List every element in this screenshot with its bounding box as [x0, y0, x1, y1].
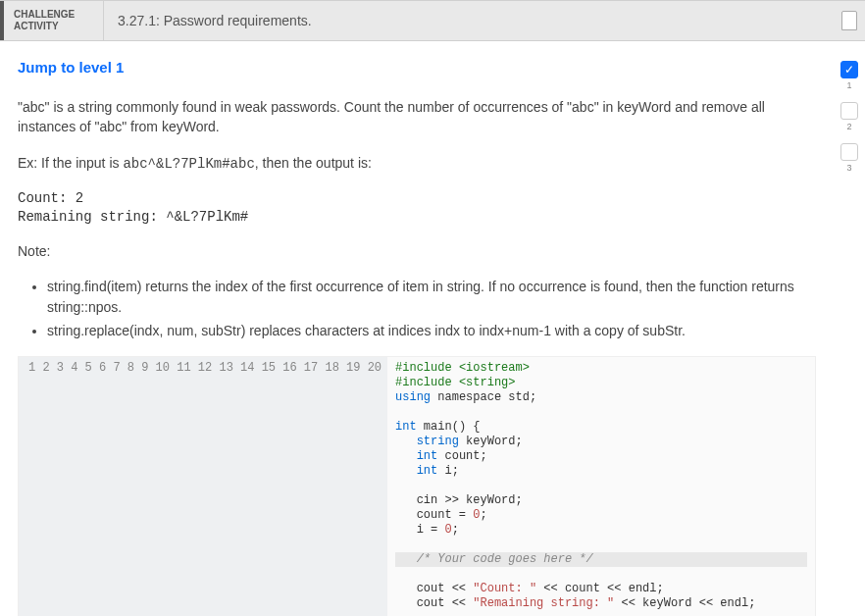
label-line1: CHALLENGE — [14, 9, 93, 21]
example-suffix: , then the output is: — [255, 155, 372, 171]
step-box-3[interactable] — [840, 143, 858, 161]
progress-sidebar: ✓ 1 2 3 — [834, 41, 865, 616]
example-output: Count: 2 Remaining string: ^&L?7PlKm# — [18, 189, 816, 228]
intro-text: "abc" is a string commonly found in weak… — [18, 97, 816, 137]
example-input: abc^&L?7PlKm#abc — [123, 156, 254, 172]
line-gutter: 1 2 3 4 5 6 7 8 9 10 11 12 13 14 15 16 1… — [19, 357, 387, 616]
step-num-3: 3 — [846, 163, 851, 173]
activity-title: 3.27.1: Password requirements. — [103, 1, 841, 40]
step-num-2: 2 — [846, 122, 851, 131]
example-prefix: Ex: If the input is — [18, 155, 123, 171]
label-line2: ACTIVITY — [14, 21, 93, 32]
notes-list: string.find(item) returns the index of t… — [47, 277, 816, 340]
step-box-2[interactable] — [840, 102, 858, 120]
step-box-1[interactable]: ✓ — [840, 61, 858, 78]
step-num-1: 1 — [846, 80, 851, 90]
bookmark-icon[interactable] — [841, 11, 857, 30]
jump-link[interactable]: Jump to level 1 — [18, 59, 816, 76]
bookmark-wrap — [841, 1, 865, 40]
note-item: string.find(item) returns the index of t… — [47, 277, 816, 317]
example-line: Ex: If the input is abc^&L?7PlKm#abc, th… — [18, 153, 816, 174]
step-1: ✓ 1 — [840, 61, 858, 90]
activity-type-label: CHALLENGE ACTIVITY — [0, 1, 103, 40]
note-item: string.replace(indx, num, subStr) replac… — [47, 321, 816, 340]
step-3: 3 — [840, 143, 858, 173]
activity-header: CHALLENGE ACTIVITY 3.27.1: Password requ… — [0, 0, 865, 41]
activity-content: Jump to level 1 "abc" is a string common… — [0, 41, 834, 616]
note-label: Note: — [18, 241, 816, 261]
code-editor[interactable]: 1 2 3 4 5 6 7 8 9 10 11 12 13 14 15 16 1… — [18, 356, 816, 616]
check-icon: ✓ — [844, 63, 854, 77]
step-2: 2 — [840, 102, 858, 131]
code-area[interactable]: #include <iostream> #include <string> us… — [387, 357, 815, 616]
